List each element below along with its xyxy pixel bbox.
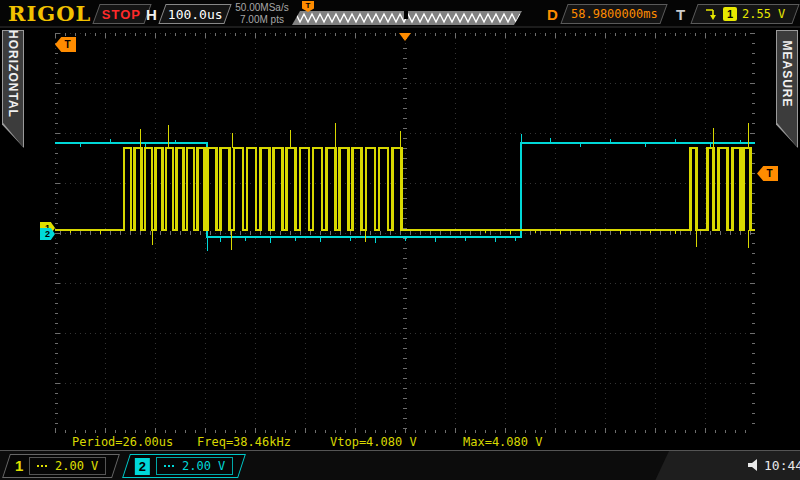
ch1-dc-coupling-icon xyxy=(37,465,49,467)
run-state-button[interactable]: STOP xyxy=(92,4,151,24)
tab-measure-menu[interactable]: MEASURE xyxy=(776,30,798,148)
waveform-display xyxy=(55,33,755,433)
horizontal-label: H xyxy=(146,6,157,23)
sample-rate: 50.00MSa/s xyxy=(230,2,294,14)
channel-2-button[interactable]: 2 2.00 V xyxy=(122,454,246,478)
ch2-scale-value: 2.00 V xyxy=(182,459,225,473)
falling-edge-icon xyxy=(705,7,718,21)
ch1-number: 1 xyxy=(15,454,23,478)
trigger-settings-button[interactable]: 1 2.55 V xyxy=(690,4,799,24)
trigger-label: T xyxy=(676,6,685,23)
measurement-vtop: Vtop=4.080 V xyxy=(330,435,417,449)
channel-1-button[interactable]: 1 2.00 V xyxy=(2,454,120,478)
measurement-period: Period=26.00us xyxy=(72,435,173,449)
top-status-bar: RIGOL STOP H 100.0us 50.00MSa/s 7.00M pt… xyxy=(0,0,800,28)
ch1-scale-value: 2.00 V xyxy=(55,459,98,473)
trigger-level-marker[interactable]: T xyxy=(757,166,778,181)
timebase-button[interactable]: 100.0us xyxy=(158,4,231,24)
delay-label: D xyxy=(547,6,558,23)
trigger-source-badge: 1 xyxy=(723,7,737,21)
rigol-logo: RIGOL xyxy=(8,1,91,26)
oscilloscope-screen: RIGOL STOP H 100.0us 50.00MSa/s 7.00M pt… xyxy=(0,0,800,480)
acquisition-info: 50.00MSa/s 7.00M pts xyxy=(230,2,294,26)
delay-button[interactable]: 58.9800000ms xyxy=(560,4,667,24)
trigger-time-marker-icon[interactable] xyxy=(399,33,411,41)
memory-position-bar[interactable] xyxy=(292,11,522,25)
tab-horizontal-menu[interactable]: HORIZONTAL xyxy=(2,30,24,148)
tab-measure-label: MEASURE xyxy=(780,40,794,107)
bottom-status-bar: 1 2.00 V 2 2.00 V 10:44 xyxy=(0,450,800,480)
ch2-number: 2 xyxy=(135,458,150,475)
ch2-dc-coupling-icon xyxy=(164,465,176,467)
measurement-max: Max=4.080 V xyxy=(463,435,542,449)
run-state-label: STOP xyxy=(102,7,141,22)
memory-depth: 7.00M pts xyxy=(230,14,294,26)
delay-value: 58.9800000ms xyxy=(571,7,658,21)
memory-trigger-flag-icon[interactable]: T xyxy=(302,1,314,12)
tab-horizontal-label: HORIZONTAL xyxy=(6,30,20,118)
speaker-icon xyxy=(748,459,760,471)
memory-window-notch xyxy=(404,11,408,19)
clock: 10:44 xyxy=(764,458,800,473)
measurement-freq: Freq=38.46kHz xyxy=(197,435,291,449)
trigger-level-value: 2.55 V xyxy=(742,7,785,21)
timebase-value: 100.0us xyxy=(168,7,223,22)
